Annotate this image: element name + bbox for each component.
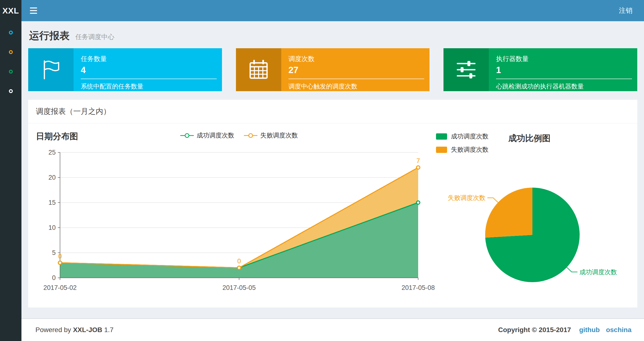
svg-text:2017-05-08: 2017-05-08 — [402, 284, 435, 291]
flag-icon — [28, 48, 74, 91]
legend-item-失败调度次数[interactable]: 失败调度次数 — [244, 131, 298, 140]
line-chart: 05101520252017-05-022017-05-052017-05-08… — [36, 148, 436, 297]
sidebar-item-3-circle-icon[interactable] — [9, 70, 13, 74]
info-box-caption: 系统中配置的任务数量 — [81, 82, 217, 91]
info-box-caption: 心跳检测成功的执行器机器数量 — [496, 82, 632, 91]
divider — [81, 79, 217, 79]
pie-chart: 成功调度次数失败调度次数 — [436, 131, 631, 297]
product-version: 1.7 — [104, 326, 114, 333]
info-box-label: 调度次数 — [288, 55, 424, 63]
logout-link[interactable]: 注销 — [619, 6, 644, 15]
sidebar — [0, 21, 22, 341]
svg-text:2017-05-05: 2017-05-05 — [222, 284, 256, 291]
svg-text:5: 5 — [52, 249, 56, 256]
panel-title: 调度报表（一月之内） — [28, 100, 637, 124]
hamburger-bar — [30, 13, 37, 14]
info-box-executors: 执行器数量 1 心跳检测成功的执行器机器数量 — [444, 48, 637, 91]
hamburger-menu-button[interactable] — [22, 0, 46, 21]
main-layout: 运行报表 任务调度中心 任务数量 4 系统中配置的任务数量 — [0, 21, 644, 341]
hamburger-bar — [30, 8, 37, 9]
line-chart-title: 日期分布图 — [36, 131, 78, 141]
app-logo[interactable]: XXL — [0, 0, 22, 21]
success-ratio-chart: 成功调度次数失败调度次数 成功调度次数失败调度次数 成功比例图 — [436, 131, 630, 299]
legend-item-成功调度次数[interactable]: 成功调度次数 — [180, 131, 234, 140]
info-box-jobs: 任务数量 4 系统中配置的任务数量 — [28, 48, 222, 91]
info-box-caption: 调度中心触发的调度次数 — [288, 82, 424, 91]
page-subtitle: 任务调度中心 — [76, 33, 114, 41]
hamburger-bar — [30, 10, 37, 11]
svg-text:成功调度次数: 成功调度次数 — [580, 268, 617, 276]
sidebar-item-2-circle-icon[interactable] — [9, 50, 13, 54]
powered-by-text: Powered byXXL-JOB1.7 — [36, 326, 114, 334]
sidebar-item-4-circle-icon[interactable] — [9, 89, 13, 93]
info-box-label: 执行器数量 — [496, 55, 632, 63]
powered-prefix: Powered by — [36, 326, 71, 333]
product-name: XXL-JOB — [73, 326, 102, 333]
schedule-report-panel: 调度报表（一月之内） 日期分布图 成功调度次数失败调度次数 0510152025… — [28, 100, 637, 307]
page-title: 运行报表 — [29, 30, 70, 41]
date-distribution-chart: 日期分布图 成功调度次数失败调度次数 05101520252017-05-022… — [36, 131, 436, 299]
svg-text:25: 25 — [48, 149, 56, 156]
legend-label: 失败调度次数 — [260, 131, 298, 140]
svg-text:10: 10 — [48, 224, 56, 231]
github-link[interactable]: github — [579, 326, 600, 333]
footer-links: Copyright © 2015-2017 github oschina — [496, 326, 632, 334]
svg-text:0: 0 — [52, 274, 56, 281]
divider — [496, 79, 632, 79]
info-box-value: 4 — [81, 65, 217, 75]
svg-text:15: 15 — [48, 199, 56, 206]
info-box-value: 1 — [496, 65, 632, 75]
divider — [288, 79, 424, 79]
pie-chart-title: 成功比例图 — [508, 133, 550, 144]
info-box-row: 任务数量 4 系统中配置的任务数量 调度次 — [22, 48, 644, 91]
info-box-value: 27 — [288, 65, 424, 75]
oschina-link[interactable]: oschina — [606, 326, 632, 333]
svg-text:失败调度次数: 失败调度次数 — [448, 194, 486, 201]
line-chart-legend: 成功调度次数失败调度次数 — [180, 131, 298, 140]
svg-text:7: 7 — [416, 157, 420, 164]
footer: Powered byXXL-JOB1.7 Copyright © 2015-20… — [22, 318, 644, 341]
calendar-icon — [236, 48, 281, 91]
info-box-label: 任务数量 — [81, 55, 217, 63]
sliders-icon — [444, 48, 489, 91]
svg-text:0: 0 — [58, 253, 62, 260]
topbar: XXL 注销 — [0, 0, 644, 21]
page-header: 运行报表 任务调度中心 — [22, 21, 644, 48]
info-box-triggers: 调度次数 27 调度中心触发的调度次数 — [236, 48, 430, 91]
content-area: 运行报表 任务调度中心 任务数量 4 系统中配置的任务数量 — [22, 21, 644, 341]
copyright-text: Copyright © 2015-2017 — [498, 326, 571, 333]
svg-text:2017-05-02: 2017-05-02 — [44, 284, 77, 291]
legend-label: 成功调度次数 — [197, 131, 234, 140]
svg-text:0: 0 — [237, 257, 241, 265]
navbar: 注销 — [22, 0, 644, 21]
panel-body: 日期分布图 成功调度次数失败调度次数 05101520252017-05-022… — [28, 124, 637, 307]
sidebar-item-1-circle-icon[interactable] — [9, 31, 13, 35]
svg-text:20: 20 — [48, 174, 56, 181]
